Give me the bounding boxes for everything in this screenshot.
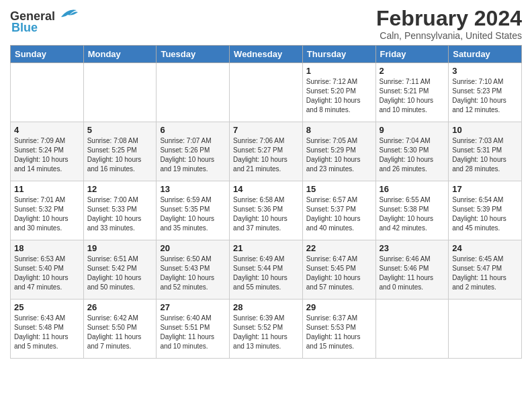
table-row: 6Sunrise: 7:07 AM Sunset: 5:26 PM Daylig… [157,122,230,181]
day-number: 13 [160,184,226,194]
header-tuesday: Tuesday [157,46,230,63]
day-info: Sunrise: 6:50 AM Sunset: 5:43 PM Dayligh… [160,255,226,292]
day-number: 7 [233,125,299,135]
table-row [11,63,84,122]
table-row: 23Sunrise: 6:46 AM Sunset: 5:46 PM Dayli… [375,240,449,300]
day-info: Sunrise: 7:08 AM Sunset: 5:25 PM Dayligh… [87,136,153,174]
table-row: 11Sunrise: 7:01 AM Sunset: 5:32 PM Dayli… [11,181,84,240]
logo: General Blue [10,7,78,35]
header-saturday: Saturday [449,46,522,63]
table-row [375,300,449,359]
day-info: Sunrise: 6:51 AM Sunset: 5:42 PM Dayligh… [87,255,153,292]
day-number: 29 [306,302,372,312]
day-info: Sunrise: 7:11 AM Sunset: 5:21 PM Dayligh… [380,77,445,115]
table-row: 13Sunrise: 6:59 AM Sunset: 5:35 PM Dayli… [157,181,230,240]
day-info: Sunrise: 7:12 AM Sunset: 5:20 PM Dayligh… [306,77,372,115]
header-wednesday: Wednesday [230,46,303,63]
week-row-3: 18Sunrise: 6:53 AM Sunset: 5:40 PM Dayli… [11,240,522,300]
day-info: Sunrise: 7:09 AM Sunset: 5:24 PM Dayligh… [14,136,80,174]
day-info: Sunrise: 6:59 AM Sunset: 5:35 PM Dayligh… [160,195,226,233]
day-number: 4 [14,125,80,135]
table-row: 29Sunrise: 6:37 AM Sunset: 5:53 PM Dayli… [302,300,375,359]
table-row: 9Sunrise: 7:04 AM Sunset: 5:30 PM Daylig… [375,122,449,181]
table-row: 24Sunrise: 6:45 AM Sunset: 5:47 PM Dayli… [449,240,522,300]
day-info: Sunrise: 7:03 AM Sunset: 5:31 PM Dayligh… [452,136,518,174]
location: Caln, Pennsylvania, United States [376,30,522,41]
day-info: Sunrise: 6:58 AM Sunset: 5:36 PM Dayligh… [233,195,299,233]
table-row: 16Sunrise: 6:55 AM Sunset: 5:38 PM Dayli… [375,181,449,240]
day-info: Sunrise: 6:37 AM Sunset: 5:53 PM Dayligh… [306,314,372,351]
table-row: 15Sunrise: 6:57 AM Sunset: 5:37 PM Dayli… [302,181,375,240]
header-area: General Blue February 2024 Caln, Pennsyl… [10,7,522,41]
table-row: 19Sunrise: 6:51 AM Sunset: 5:42 PM Dayli… [83,240,157,300]
day-info: Sunrise: 6:45 AM Sunset: 5:47 PM Dayligh… [452,255,518,292]
day-number: 18 [14,243,80,253]
day-info: Sunrise: 7:05 AM Sunset: 5:29 PM Dayligh… [306,136,372,174]
table-row: 25Sunrise: 6:43 AM Sunset: 5:48 PM Dayli… [11,300,84,359]
day-number: 10 [452,125,518,135]
table-row: 8Sunrise: 7:05 AM Sunset: 5:29 PM Daylig… [302,122,375,181]
day-info: Sunrise: 6:49 AM Sunset: 5:44 PM Dayligh… [233,255,299,292]
table-row: 3Sunrise: 7:10 AM Sunset: 5:23 PM Daylig… [449,63,522,122]
table-row [230,63,303,122]
header-monday: Monday [83,46,157,63]
table-row: 7Sunrise: 7:06 AM Sunset: 5:27 PM Daylig… [230,122,303,181]
day-info: Sunrise: 6:46 AM Sunset: 5:46 PM Dayligh… [380,255,445,292]
day-number: 9 [380,125,445,135]
day-number: 24 [452,243,518,253]
day-number: 23 [380,243,445,253]
table-row: 20Sunrise: 6:50 AM Sunset: 5:43 PM Dayli… [157,240,230,300]
table-row: 2Sunrise: 7:11 AM Sunset: 5:21 PM Daylig… [375,63,449,122]
day-number: 22 [306,243,372,253]
day-number: 15 [306,184,372,194]
day-info: Sunrise: 7:00 AM Sunset: 5:33 PM Dayligh… [87,195,153,233]
table-row: 18Sunrise: 6:53 AM Sunset: 5:40 PM Dayli… [11,240,84,300]
table-row [157,63,230,122]
header-sunday: Sunday [11,46,84,63]
week-row-2: 11Sunrise: 7:01 AM Sunset: 5:32 PM Dayli… [11,181,522,240]
week-row-0: 1Sunrise: 7:12 AM Sunset: 5:20 PM Daylig… [11,63,522,122]
day-number: 12 [87,184,153,194]
logo-blue: Blue [11,21,38,35]
title-area: February 2024 Caln, Pennsylvania, United… [376,7,522,41]
table-row: 27Sunrise: 6:40 AM Sunset: 5:51 PM Dayli… [157,300,230,359]
page: General Blue February 2024 Caln, Pennsyl… [0,0,532,365]
day-number: 5 [87,125,153,135]
day-number: 27 [160,302,226,312]
day-number: 17 [452,184,518,194]
day-info: Sunrise: 7:01 AM Sunset: 5:32 PM Dayligh… [14,195,80,233]
day-info: Sunrise: 6:57 AM Sunset: 5:37 PM Dayligh… [306,195,372,233]
day-number: 2 [380,66,445,76]
day-info: Sunrise: 6:54 AM Sunset: 5:39 PM Dayligh… [452,195,518,233]
table-row: 10Sunrise: 7:03 AM Sunset: 5:31 PM Dayli… [449,122,522,181]
day-number: 25 [14,302,80,312]
day-info: Sunrise: 6:42 AM Sunset: 5:50 PM Dayligh… [87,314,153,351]
header-friday: Friday [375,46,449,63]
day-info: Sunrise: 6:55 AM Sunset: 5:38 PM Dayligh… [380,195,445,233]
day-number: 26 [87,302,153,312]
month-title: February 2024 [376,7,522,30]
table-row: 1Sunrise: 7:12 AM Sunset: 5:20 PM Daylig… [302,63,375,122]
table-row: 22Sunrise: 6:47 AM Sunset: 5:45 PM Dayli… [302,240,375,300]
day-info: Sunrise: 6:53 AM Sunset: 5:40 PM Dayligh… [14,255,80,292]
table-row: 21Sunrise: 6:49 AM Sunset: 5:44 PM Dayli… [230,240,303,300]
day-info: Sunrise: 6:47 AM Sunset: 5:45 PM Dayligh… [306,255,372,292]
day-info: Sunrise: 6:43 AM Sunset: 5:48 PM Dayligh… [14,314,80,351]
table-row: 17Sunrise: 6:54 AM Sunset: 5:39 PM Dayli… [449,181,522,240]
table-row [83,63,157,122]
calendar: Sunday Monday Tuesday Wednesday Thursday… [10,45,522,359]
day-number: 3 [452,66,518,76]
day-number: 28 [233,302,299,312]
day-info: Sunrise: 6:39 AM Sunset: 5:52 PM Dayligh… [233,314,299,351]
day-info: Sunrise: 7:04 AM Sunset: 5:30 PM Dayligh… [380,136,445,174]
logo-bird-icon [58,7,78,20]
header-thursday: Thursday [302,46,375,63]
table-row: 14Sunrise: 6:58 AM Sunset: 5:36 PM Dayli… [230,181,303,240]
day-number: 20 [160,243,226,253]
day-number: 8 [306,125,372,135]
day-info: Sunrise: 7:07 AM Sunset: 5:26 PM Dayligh… [160,136,226,174]
day-number: 6 [160,125,226,135]
table-row: 5Sunrise: 7:08 AM Sunset: 5:25 PM Daylig… [83,122,157,181]
day-number: 16 [380,184,445,194]
table-row: 26Sunrise: 6:42 AM Sunset: 5:50 PM Dayli… [83,300,157,359]
